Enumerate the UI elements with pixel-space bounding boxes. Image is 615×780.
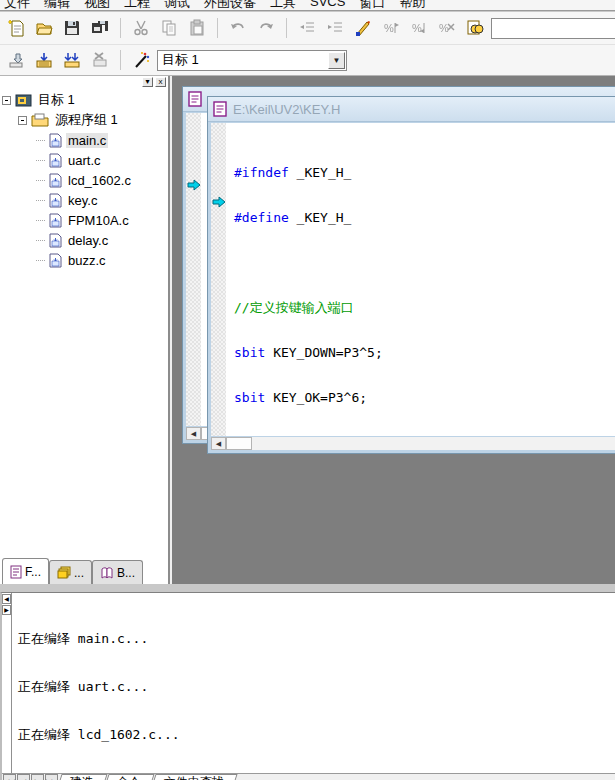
next-bookmark-icon: % [410,19,428,37]
editor-gutter[interactable] [211,123,226,436]
redo-button[interactable] [254,16,278,40]
open-file-button[interactable] [32,16,56,40]
tree-item-group[interactable]: 源程序组 1 [2,110,166,130]
code-line [234,255,615,270]
stop-build-icon [91,51,109,69]
tab-scroll-right-button[interactable]: ▶ [31,774,44,780]
build-toolbar: 目标 1 ▼ [0,45,615,76]
clear-bookmarks-button[interactable]: % [435,16,459,40]
file-label: buzz.c [66,253,108,268]
tree-item-file[interactable]: buzz.c [2,250,166,270]
tab-find-in-files[interactable]: 文件中查找 [150,774,237,780]
clear-bookmarks-icon: % [438,19,456,37]
menu-window[interactable]: 窗口 [359,0,385,11]
indent-button[interactable] [323,16,347,40]
cut-button[interactable] [129,16,153,40]
menu-tools[interactable]: 工具 [270,0,296,11]
scroll-left-button[interactable]: ◀ [186,427,201,440]
copy-button[interactable] [157,16,181,40]
prev-bookmark-icon: % [382,19,400,37]
editor-client: #ifndef _KEY_H_ #define _KEY_H_ //定义按键输入… [211,123,615,436]
paste-button[interactable] [185,16,209,40]
background-editor-gutter[interactable] [186,113,201,426]
build-output-window: ◀ ▶ 正在编绎 main.c... 正在编绎 uart.c... 正在编绎 l… [0,592,615,780]
find-in-files-button[interactable] [463,16,487,40]
document-icon [213,101,227,117]
next-bookmark-button[interactable]: % [407,16,431,40]
regs-tab-icon [57,566,71,579]
tree-item-file[interactable]: lcd_1602.c [2,170,166,190]
editor-window-titlebar[interactable]: E:\Keil\UV2\KEY.H [208,97,615,122]
unindent-button[interactable] [295,16,319,40]
save-button[interactable] [60,16,84,40]
output-line[interactable]: 正在编绎 lcd_1602.c... [14,727,615,743]
tab-scroll-first-button[interactable]: ◀◀ [3,774,16,780]
toolbar-separator [217,18,218,38]
menu-edit[interactable]: 编辑 [44,0,70,11]
editor-window-keyh[interactable]: E:\Keil\UV2\KEY.H #ifndef _KEY_H_ #defin… [207,96,615,454]
workspace-pin-button[interactable]: ▾ [142,77,153,87]
tab-files[interactable]: F... [2,558,49,584]
menu-file[interactable]: 文件 [4,0,30,11]
tab-scroll-last-button[interactable]: ▶▶ [45,774,58,780]
copy-icon [160,19,178,37]
tree-item-file[interactable]: main.c [2,130,166,150]
rebuild-all-button[interactable] [60,48,84,72]
tab-books[interactable]: B... [92,560,143,584]
target-options-button[interactable] [129,48,153,72]
find-input[interactable] [492,19,615,38]
toggle-bookmark-button[interactable] [351,16,375,40]
undo-button[interactable] [226,16,250,40]
save-all-button[interactable] [88,16,112,40]
c-file-icon [49,253,62,268]
tree-item-target[interactable]: 目标 1 [2,90,166,110]
collapse-icon[interactable] [2,96,11,105]
tree-item-file[interactable]: FPM10A.c [2,210,166,230]
menu-peripherals[interactable]: 外围设备 [204,0,256,11]
output-scroll-right-button[interactable]: ▶ [2,605,11,615]
scroll-thumb[interactable] [226,437,252,450]
menu-view[interactable]: 视图 [84,0,110,11]
target-dropdown-button[interactable]: ▼ [328,52,345,69]
tab-regs[interactable]: ... [49,560,92,584]
editor-hscrollbar[interactable]: ◀ [211,437,615,450]
svg-text:%: % [439,22,449,34]
build-target-button[interactable] [32,48,56,72]
menu-help[interactable]: 帮助 [399,0,425,11]
new-file-button[interactable] [4,16,28,40]
code-line: #define _KEY_H_ [234,210,615,225]
menu-svcs[interactable]: SVCS [310,0,345,11]
workspace-header: ▾ x [0,76,168,88]
output-scroll-left-button[interactable]: ◀ [2,594,11,604]
menu-project[interactable]: 工程 [124,0,150,11]
tree-item-file[interactable]: key.c [2,190,166,210]
tree-item-file[interactable]: delay.c [2,230,166,250]
output-line[interactable]: 正在编绎 uart.c... [14,679,615,695]
workspace-close-button[interactable]: x [155,77,166,87]
tab-build-output[interactable]: 建造 [56,774,107,780]
tree-item-file[interactable]: uart.c [2,150,166,170]
indent-icon [326,19,344,37]
stop-build-button[interactable] [88,48,112,72]
tab-scroll-left-button[interactable]: ◀ [17,774,30,780]
file-label: FPM10A.c [66,213,131,228]
code-line: sbit KEY_DOWN=P3^5; [234,345,615,360]
code-line: //定义按键输入端口 [234,300,615,315]
undo-icon [229,19,247,37]
translate-file-button[interactable] [4,48,28,72]
output-tab-bar: ◀◀ ◀ ▶ ▶▶ 建造 命令 文件中查找 [2,773,615,780]
tab-command[interactable]: 命令 [103,774,154,780]
find-combobox[interactable]: ▼ [491,18,615,39]
file-toolbar: % % % ▼ [0,12,615,45]
output-line[interactable]: 正在编绎 main.c... [14,631,615,647]
target-select-combobox[interactable]: 目标 1 ▼ [157,50,347,71]
c-file-icon [49,173,62,188]
c-file-icon [49,153,62,168]
collapse-icon[interactable] [18,116,27,125]
prev-bookmark-button[interactable]: % [379,16,403,40]
code-editor[interactable]: #ifndef _KEY_H_ #define _KEY_H_ //定义按键输入… [226,123,615,436]
scroll-left-button[interactable]: ◀ [211,437,226,450]
menu-debug[interactable]: 调试 [164,0,190,11]
books-tab-icon [100,566,114,579]
floppy-icon [63,19,81,37]
